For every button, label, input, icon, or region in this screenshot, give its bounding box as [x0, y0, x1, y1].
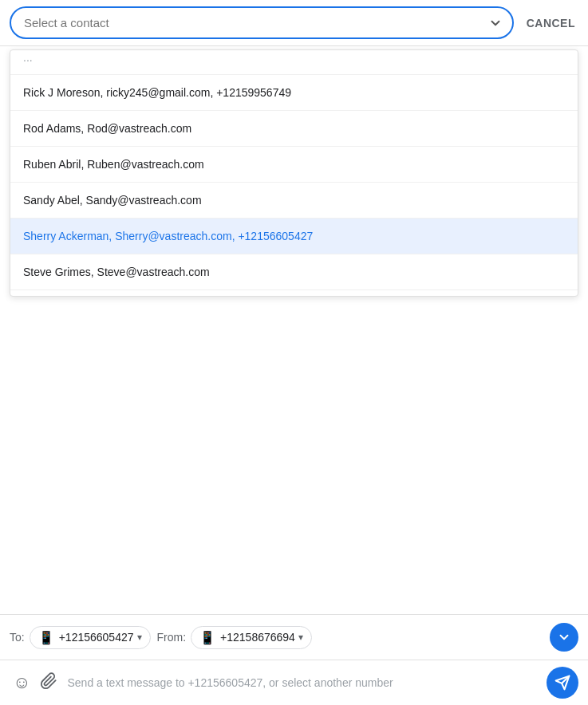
to-from-row: To: 📱 +12156605427 ▾ From: 📱 +1215867669…: [0, 615, 588, 660]
send-button[interactable]: [547, 667, 578, 699]
expand-button[interactable]: [550, 623, 578, 652]
dropdown-toggle-button[interactable]: [485, 13, 506, 33]
emoji-button[interactable]: ☺: [10, 669, 34, 696]
list-item[interactable]: Rick J Moreson, ricky245@gmail.com, +121…: [10, 75, 578, 111]
from-number: +12158676694: [220, 631, 295, 644]
from-label: From:: [157, 631, 187, 644]
list-item[interactable]: Ruben Abril, Ruben@vastreach.com: [10, 147, 578, 183]
cancel-button[interactable]: CANCEL: [523, 10, 578, 36]
to-label: To:: [10, 631, 25, 644]
chevron-down-icon: ▾: [298, 632, 303, 643]
send-row: ☺ Send a text message to +12156605427, o…: [0, 660, 588, 705]
contact-select-wrapper: [10, 6, 514, 39]
to-phone-pill[interactable]: 📱 +12156605427 ▾: [30, 626, 151, 649]
contact-select-input[interactable]: [10, 6, 514, 39]
attach-button[interactable]: [37, 669, 61, 697]
message-placeholder: Send a text message to +12156605427, or …: [67, 676, 547, 689]
dropdown-inner[interactable]: ··· Rick J Moreson, ricky245@gmail.com, …: [10, 50, 578, 297]
bottom-bar: To: 📱 +12156605427 ▾ From: 📱 +1215867669…: [0, 614, 588, 705]
chevron-down-icon: ▾: [137, 632, 142, 643]
list-item[interactable]: Rod Adams, Rod@vastreach.com: [10, 111, 578, 147]
list-item[interactable]: Steve Grimes, Steve@vastreach.com: [10, 254, 578, 290]
header-bar: CANCEL: [0, 0, 588, 46]
list-item[interactable]: Todd Folkerts, Todd@vastreach.com: [10, 290, 578, 297]
contact-dropdown: ··· Rick J Moreson, ricky245@gmail.com, …: [10, 49, 578, 297]
to-number: +12156605427: [59, 631, 134, 644]
phone-icon: 📱: [199, 630, 215, 645]
phone-icon: 📱: [38, 630, 54, 645]
list-item[interactable]: Sandy Abel, Sandy@vastreach.com: [10, 183, 578, 219]
list-item-selected[interactable]: Sherry Ackerman, Sherry@vastreach.com, +…: [10, 219, 578, 254]
from-phone-pill[interactable]: 📱 +12158676694 ▾: [191, 626, 312, 649]
list-item[interactable]: ···: [10, 50, 578, 75]
